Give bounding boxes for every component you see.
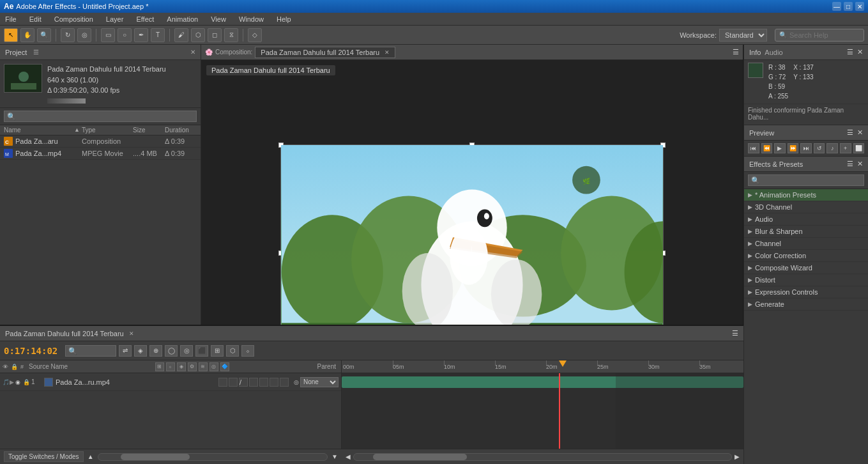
timeline-tab-label[interactable]: Pada Zaman Dahulu full 2014 Terbaru [5, 330, 124, 337]
toggle-switches-modes[interactable]: Toggle Switches / Modes [4, 451, 84, 462]
menu-file[interactable]: File [3, 14, 19, 24]
effects-distort[interactable]: ▶ Distort [744, 274, 868, 286]
layer-collapse-icon[interactable]: ⬦ [166, 362, 175, 371]
timeline-btn-7[interactable]: ⊞ [211, 345, 224, 357]
menu-composition[interactable]: Composition [52, 14, 96, 24]
effects-audio[interactable]: ▶ Audio [744, 213, 868, 226]
effects-animation-presets[interactable]: ▶ * Animation Presets [744, 189, 868, 201]
close-button[interactable]: ✕ [855, 2, 864, 11]
timeline-btn-6[interactable]: ⬛ [195, 345, 208, 357]
layer-switch-3d[interactable] [280, 378, 289, 387]
timeline-btn-2[interactable]: ◈ [134, 345, 147, 357]
tool-zoom[interactable]: 🔍 [37, 28, 51, 42]
layer-switch-collapse[interactable] [229, 378, 238, 387]
layer-parent-select[interactable]: None [300, 377, 339, 387]
project-menu-button[interactable]: ☰ [33, 49, 39, 56]
effects-color-correction[interactable]: ▶ Color Correction [744, 250, 868, 262]
preview-skip-back[interactable]: ⏮ [748, 143, 759, 153]
preview-play[interactable]: ▶ [774, 143, 786, 153]
layer-motion-icon[interactable]: ≋ [199, 362, 208, 371]
minimize-button[interactable]: — [832, 2, 841, 11]
timeline-tab-close[interactable]: ✕ [129, 330, 134, 337]
info-tab[interactable]: Info [749, 49, 761, 56]
layer-lock-icon[interactable]: 🔒 [23, 379, 30, 385]
menu-effect[interactable]: Effect [133, 14, 156, 24]
tool-stamp[interactable]: ⬡ [191, 28, 205, 42]
layer-name-label[interactable]: Pada Za...ru.mp4 [56, 378, 218, 386]
effects-menu[interactable]: ☰ [847, 160, 853, 168]
workspace-select[interactable]: Standard [719, 29, 767, 42]
track-scroll-bar[interactable] [353, 453, 732, 461]
layer-switch-motion[interactable] [259, 378, 268, 387]
layer-icon-shy[interactable]: 👁 [3, 364, 8, 370]
effects-tab[interactable]: Effects & Presets [749, 160, 803, 168]
effects-channel[interactable]: ▶ Channel [744, 238, 868, 250]
layer-effects-icon[interactable]: ⚙ [188, 362, 197, 371]
tool-mask-rect[interactable]: ▭ [101, 28, 115, 42]
preview-loop[interactable]: ↺ [814, 143, 825, 153]
timeline-btn-5[interactable]: ◎ [180, 345, 193, 357]
effects-expression-controls[interactable]: ▶ Expression Controls [744, 286, 868, 298]
project-tab[interactable]: Project [5, 49, 27, 56]
timeline-playback-icon-2[interactable]: ▼ [331, 453, 338, 460]
effects-generate[interactable]: ▶ Generate [744, 298, 868, 311]
timeline-search-input[interactable] [65, 345, 116, 357]
timeline-menu[interactable]: ☰ [732, 329, 738, 337]
timeline-btn-1[interactable]: ⇌ [119, 345, 132, 357]
preview-render[interactable]: ⬜ [853, 143, 865, 153]
menu-window[interactable]: Window [236, 14, 266, 24]
tool-pen[interactable]: ✒ [134, 28, 148, 42]
preview-audio[interactable]: ♪ [826, 143, 838, 153]
tool-brush[interactable]: 🖌 [174, 28, 188, 42]
layer-adjust-icon[interactable]: ◎ [209, 362, 218, 371]
menu-view[interactable]: View [208, 14, 229, 24]
menu-animation[interactable]: Animation [164, 14, 201, 24]
project-item-movie[interactable]: M Pada Za...mp4 MPEG Movie ....4 MB Δ 0:… [0, 148, 201, 160]
tool-shape[interactable]: ◇ [248, 28, 262, 42]
tool-text[interactable]: T [151, 28, 165, 42]
layer-icon-lock[interactable]: 🔒 [11, 364, 18, 370]
layer-switch-adjust[interactable] [270, 378, 278, 387]
timeline-scroll-area[interactable] [98, 453, 328, 461]
layer-icon-label[interactable]: # [20, 364, 24, 370]
info-close[interactable]: ✕ [857, 48, 863, 56]
comp-tab-close[interactable]: ✕ [385, 49, 390, 56]
timeline-btn-4[interactable]: ◯ [165, 345, 178, 357]
menu-edit[interactable]: Edit [27, 14, 44, 24]
preview-step-forward[interactable]: ⏩ [788, 143, 799, 153]
layer-3d-icon[interactable]: 🔷 [220, 362, 229, 371]
search-help-input[interactable] [789, 31, 860, 39]
layer-quality-icon[interactable]: ◈ [177, 362, 186, 371]
tool-mask-ellipse[interactable]: ○ [118, 28, 132, 42]
audio-tab[interactable]: Audio [765, 49, 782, 56]
preview-add[interactable]: + [840, 143, 851, 153]
effects-3d-channel[interactable]: ▶ 3D Channel [744, 201, 868, 213]
preview-skip-forward[interactable]: ⏭ [800, 143, 812, 153]
layer-switch-quality[interactable]: / [239, 378, 248, 387]
window-controls[interactable]: — □ ✕ [832, 2, 864, 11]
tool-camera-orbit[interactable]: ◎ [77, 28, 91, 42]
effects-blur-sharpen[interactable]: ▶ Blur & Sharpen [744, 226, 868, 238]
info-menu[interactable]: ☰ [847, 48, 853, 56]
preview-close[interactable]: ✕ [857, 128, 863, 137]
timeline-playback-icon-1[interactable]: ▲ [88, 453, 94, 460]
preview-tab[interactable]: Preview [749, 129, 774, 137]
timeline-btn-9[interactable]: ⬦ [241, 345, 254, 357]
layer-shy-icon[interactable]: ⊞ [155, 362, 164, 371]
comp-header-menu[interactable]: ☰ [733, 48, 739, 56]
preview-menu[interactable]: ☰ [847, 128, 853, 137]
project-search-input[interactable] [4, 111, 197, 122]
effects-composite-wizard[interactable]: ▶ Composite Wizard [744, 262, 868, 274]
effects-close[interactable]: ✕ [857, 160, 863, 168]
comp-tab[interactable]: Pada Zaman Dahulu full 2014 Terbaru ✕ [255, 47, 395, 58]
effects-search-input[interactable] [748, 174, 864, 186]
track-scroll-left[interactable]: ◀ [346, 453, 351, 460]
project-close-button[interactable]: ✕ [190, 49, 195, 56]
menu-layer[interactable]: Layer [103, 14, 126, 24]
timeline-btn-8[interactable]: ⬡ [226, 345, 239, 357]
layer-solo-icon[interactable]: ◉ [15, 379, 20, 385]
tool-rotate[interactable]: ↻ [61, 28, 75, 42]
layer-switch-shy[interactable] [218, 378, 227, 387]
timeline-btn-3[interactable]: ⊕ [149, 345, 162, 357]
tool-hand[interactable]: ✋ [20, 28, 34, 42]
